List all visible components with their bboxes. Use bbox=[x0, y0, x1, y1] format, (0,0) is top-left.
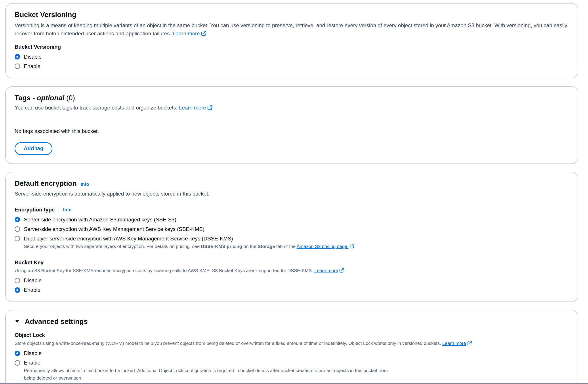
dsse-pricing-bold: DSSE-KMS pricing bbox=[201, 244, 242, 249]
radio-label[interactable]: Disable bbox=[24, 350, 42, 356]
encryption-type-label-row: Encryption type Info bbox=[15, 206, 569, 213]
radio-label[interactable]: Enable bbox=[24, 63, 41, 69]
radio-button-icon[interactable] bbox=[15, 360, 20, 366]
radio-label[interactable]: Server-side encryption with AWS Key Mana… bbox=[24, 226, 205, 232]
description-text: Versioning is a means of keeping multipl… bbox=[15, 22, 567, 37]
vertical-divider bbox=[59, 206, 59, 213]
tags-optional-label: optional bbox=[37, 94, 64, 102]
radio-option-sse-s3[interactable]: Server-side encryption with Amazon S3 ma… bbox=[15, 217, 569, 223]
field-label-bucket-key: Bucket Key bbox=[15, 259, 569, 266]
default-encryption-description: Server-side encryption is automatically … bbox=[15, 190, 569, 198]
versioning-learn-more-link[interactable]: Learn more bbox=[173, 30, 207, 37]
radio-label[interactable]: Disable bbox=[24, 277, 42, 284]
radio-group-object-lock: Disable Enable Permanently allows object… bbox=[15, 350, 569, 382]
dsse-kms-description: Secure your objects with two separate la… bbox=[24, 243, 569, 250]
radio-option-object-lock-disable[interactable]: Disable bbox=[15, 350, 569, 356]
tags-empty-text: No tags associated with this bucket. bbox=[15, 128, 569, 134]
description-text: You can use bucket tags to track storage… bbox=[15, 105, 177, 111]
tags-learn-more-link[interactable]: Learn more bbox=[179, 105, 213, 111]
caret-down-icon bbox=[15, 319, 20, 324]
section-title-default-encryption: Default encryption bbox=[15, 179, 77, 188]
tags-count: (0) bbox=[66, 94, 75, 102]
page-bottom-divider bbox=[0, 383, 588, 384]
radio-group-encryption-type: Server-side encryption with Amazon S3 ma… bbox=[15, 217, 569, 250]
section-title-advanced-settings: Advanced settings bbox=[25, 317, 88, 326]
radio-label[interactable]: Enable bbox=[24, 360, 41, 366]
field-label-encryption-type: Encryption type bbox=[15, 206, 55, 213]
section-card-bucket-versioning: Bucket Versioning Versioning is a means … bbox=[5, 3, 578, 78]
radio-button-icon[interactable] bbox=[15, 226, 20, 232]
s3-pricing-page-link[interactable]: Amazon S3 pricing page. bbox=[297, 244, 355, 249]
external-link-icon bbox=[350, 243, 355, 249]
radio-option-versioning-enable[interactable]: Enable bbox=[15, 63, 569, 69]
section-card-default-encryption: Default encryption Info Server-side encr… bbox=[5, 172, 578, 302]
radio-label[interactable]: Dual-layer server-side encryption with A… bbox=[24, 236, 233, 242]
field-label-bucket-versioning: Bucket Versioning bbox=[15, 43, 569, 50]
section-card-advanced-settings: Advanced settings Object Lock Store obje… bbox=[5, 310, 578, 384]
object-lock-description: Store objects using a write-once-read-ma… bbox=[15, 339, 569, 347]
radio-button-icon[interactable] bbox=[15, 54, 20, 60]
radio-button-icon[interactable] bbox=[15, 236, 20, 241]
radio-button-icon[interactable] bbox=[15, 64, 20, 69]
object-lock-enable-description: Permanently allows objects in this bucke… bbox=[24, 367, 391, 382]
radio-group-bucket-key: Disable Enable bbox=[15, 277, 569, 293]
radio-option-sse-kms[interactable]: Server-side encryption with AWS Key Mana… bbox=[15, 226, 569, 232]
radio-group-bucket-versioning: Disable Enable bbox=[15, 54, 569, 69]
section-card-tags: Tags - optional (0) You can use bucket t… bbox=[5, 86, 578, 164]
radio-button-icon[interactable] bbox=[15, 287, 20, 293]
storage-tab-bold: Storage bbox=[257, 244, 275, 249]
radio-option-bucket-key-enable[interactable]: Enable bbox=[15, 287, 569, 293]
radio-button-icon[interactable] bbox=[15, 351, 20, 356]
tags-description: You can use bucket tags to track storage… bbox=[15, 104, 569, 112]
radio-option-dsse-kms[interactable]: Dual-layer server-side encryption with A… bbox=[15, 236, 569, 242]
radio-label[interactable]: Disable bbox=[24, 54, 42, 60]
bucket-key-description: Using an S3 Bucket Key for SSE-KMS reduc… bbox=[15, 267, 569, 274]
radio-button-icon[interactable] bbox=[15, 217, 20, 222]
default-encryption-info-link[interactable]: Info bbox=[81, 181, 89, 187]
add-tag-button[interactable]: Add tag bbox=[15, 142, 52, 155]
external-link-icon bbox=[339, 268, 345, 273]
radio-option-bucket-key-disable[interactable]: Disable bbox=[15, 277, 569, 284]
radio-option-versioning-disable[interactable]: Disable bbox=[15, 54, 569, 60]
bucket-key-learn-more-link[interactable]: Learn more bbox=[314, 268, 345, 273]
encryption-type-info-link[interactable]: Info bbox=[63, 207, 71, 212]
radio-button-icon[interactable] bbox=[15, 278, 20, 283]
radio-label[interactable]: Server-side encryption with Amazon S3 ma… bbox=[24, 217, 176, 223]
section-title-bucket-versioning: Bucket Versioning bbox=[15, 10, 569, 19]
object-lock-learn-more-link[interactable]: Learn more bbox=[442, 341, 473, 346]
radio-label[interactable]: Enable bbox=[24, 287, 41, 293]
external-link-icon bbox=[467, 340, 473, 345]
bucket-versioning-description: Versioning is a means of keeping multipl… bbox=[15, 21, 569, 38]
advanced-settings-toggle[interactable]: Advanced settings bbox=[15, 317, 569, 326]
external-link-icon bbox=[201, 30, 207, 35]
bucket-settings-page: Bucket Versioning Versioning is a means … bbox=[0, 0, 588, 384]
radio-option-object-lock-enable[interactable]: Enable bbox=[15, 360, 569, 366]
external-link-icon bbox=[207, 104, 213, 110]
field-label-object-lock: Object Lock bbox=[15, 332, 569, 339]
section-title-tags: Tags - optional (0) bbox=[15, 93, 569, 102]
